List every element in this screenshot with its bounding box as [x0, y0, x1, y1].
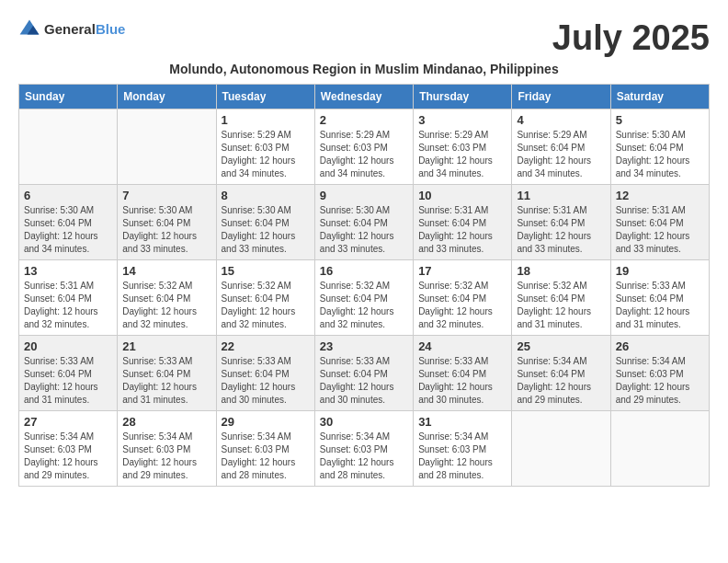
- day-number: 21: [122, 339, 210, 353]
- day-header-tuesday: Tuesday: [216, 85, 314, 109]
- logo-blue-text: Blue: [96, 21, 126, 37]
- day-number: 29: [222, 415, 310, 429]
- day-info: Sunrise: 5:29 AM Sunset: 6:03 PM Dayligh…: [418, 129, 506, 180]
- day-info: Sunrise: 5:33 AM Sunset: 6:04 PM Dayligh…: [122, 355, 210, 407]
- logo-general-text: General: [44, 21, 96, 37]
- calendar-cell: [19, 109, 118, 185]
- day-header-thursday: Thursday: [414, 85, 512, 109]
- day-info: Sunrise: 5:31 AM Sunset: 6:04 PM Dayligh…: [418, 204, 506, 256]
- day-number: 14: [122, 264, 210, 278]
- day-number: 19: [616, 264, 704, 278]
- day-number: 7: [122, 189, 210, 202]
- calendar-cell: 30Sunrise: 5:34 AM Sunset: 6:03 PM Dayli…: [314, 411, 413, 487]
- week-row-3: 13Sunrise: 5:31 AM Sunset: 6:04 PM Dayli…: [19, 260, 710, 336]
- day-info: Sunrise: 5:34 AM Sunset: 6:03 PM Dayligh…: [222, 431, 310, 482]
- day-number: 12: [616, 189, 704, 202]
- day-number: 3: [418, 113, 506, 127]
- calendar-cell: 26Sunrise: 5:34 AM Sunset: 6:03 PM Dayli…: [610, 336, 709, 411]
- day-info: Sunrise: 5:33 AM Sunset: 6:04 PM Dayligh…: [616, 280, 704, 331]
- calendar-cell: 3Sunrise: 5:29 AM Sunset: 6:03 PM Daylig…: [414, 109, 512, 185]
- calendar-cell: 20Sunrise: 5:33 AM Sunset: 6:04 PM Dayli…: [19, 336, 118, 411]
- day-number: 20: [24, 339, 112, 353]
- day-info: Sunrise: 5:32 AM Sunset: 6:04 PM Dayligh…: [222, 280, 310, 331]
- day-number: 8: [222, 189, 310, 202]
- calendar-cell: 9Sunrise: 5:30 AM Sunset: 6:04 PM Daylig…: [314, 185, 413, 260]
- day-info: Sunrise: 5:29 AM Sunset: 6:04 PM Dayligh…: [517, 129, 605, 180]
- day-info: Sunrise: 5:34 AM Sunset: 6:04 PM Dayligh…: [517, 355, 605, 407]
- day-info: Sunrise: 5:30 AM Sunset: 6:04 PM Dayligh…: [24, 204, 112, 256]
- calendar-cell: [118, 109, 216, 185]
- day-number: 10: [418, 189, 506, 202]
- calendar-cell: 16Sunrise: 5:32 AM Sunset: 6:04 PM Dayli…: [314, 260, 413, 336]
- header: GeneralBlue July 2025: [18, 18, 710, 58]
- day-info: Sunrise: 5:30 AM Sunset: 6:04 PM Dayligh…: [616, 129, 704, 180]
- day-info: Sunrise: 5:34 AM Sunset: 6:03 PM Dayligh…: [418, 431, 506, 482]
- day-info: Sunrise: 5:31 AM Sunset: 6:04 PM Dayligh…: [616, 204, 704, 256]
- day-info: Sunrise: 5:34 AM Sunset: 6:03 PM Dayligh…: [320, 431, 408, 482]
- calendar-cell: 23Sunrise: 5:33 AM Sunset: 6:04 PM Dayli…: [314, 336, 413, 411]
- day-info: Sunrise: 5:32 AM Sunset: 6:04 PM Dayligh…: [320, 280, 408, 331]
- calendar-cell: [610, 411, 709, 487]
- day-number: 18: [517, 264, 605, 278]
- day-info: Sunrise: 5:30 AM Sunset: 6:04 PM Dayligh…: [122, 204, 210, 256]
- week-row-1: 1Sunrise: 5:29 AM Sunset: 6:03 PM Daylig…: [19, 109, 710, 185]
- calendar-cell: 7Sunrise: 5:30 AM Sunset: 6:04 PM Daylig…: [118, 185, 216, 260]
- day-number: 9: [320, 189, 408, 202]
- calendar-cell: 17Sunrise: 5:32 AM Sunset: 6:04 PM Dayli…: [414, 260, 512, 336]
- calendar-cell: 19Sunrise: 5:33 AM Sunset: 6:04 PM Dayli…: [610, 260, 709, 336]
- logo-icon: [18, 18, 40, 40]
- day-header-wednesday: Wednesday: [314, 85, 413, 109]
- logo: GeneralBlue: [18, 18, 125, 40]
- calendar-cell: 5Sunrise: 5:30 AM Sunset: 6:04 PM Daylig…: [610, 109, 709, 185]
- calendar-header-row: SundayMondayTuesdayWednesdayThursdayFrid…: [19, 85, 710, 109]
- calendar-cell: 4Sunrise: 5:29 AM Sunset: 6:04 PM Daylig…: [512, 109, 610, 185]
- calendar-cell: 29Sunrise: 5:34 AM Sunset: 6:03 PM Dayli…: [216, 411, 314, 487]
- calendar-cell: 27Sunrise: 5:34 AM Sunset: 6:03 PM Dayli…: [19, 411, 118, 487]
- week-row-5: 27Sunrise: 5:34 AM Sunset: 6:03 PM Dayli…: [19, 411, 710, 487]
- calendar-cell: 25Sunrise: 5:34 AM Sunset: 6:04 PM Dayli…: [512, 336, 610, 411]
- calendar-cell: 2Sunrise: 5:29 AM Sunset: 6:03 PM Daylig…: [314, 109, 413, 185]
- day-info: Sunrise: 5:32 AM Sunset: 6:04 PM Dayligh…: [122, 280, 210, 331]
- day-number: 15: [222, 264, 310, 278]
- calendar-cell: 28Sunrise: 5:34 AM Sunset: 6:03 PM Dayli…: [118, 411, 216, 487]
- subtitle: Molundo, Autonomous Region in Muslim Min…: [18, 62, 710, 76]
- calendar-cell: 14Sunrise: 5:32 AM Sunset: 6:04 PM Dayli…: [118, 260, 216, 336]
- calendar-cell: 15Sunrise: 5:32 AM Sunset: 6:04 PM Dayli…: [216, 260, 314, 336]
- day-number: 25: [517, 339, 605, 353]
- day-info: Sunrise: 5:29 AM Sunset: 6:03 PM Dayligh…: [320, 129, 408, 180]
- day-info: Sunrise: 5:30 AM Sunset: 6:04 PM Dayligh…: [222, 204, 310, 256]
- day-header-sunday: Sunday: [19, 85, 118, 109]
- calendar-cell: [512, 411, 610, 487]
- day-number: 2: [320, 113, 408, 127]
- day-number: 27: [24, 415, 112, 429]
- day-number: 1: [222, 113, 310, 127]
- calendar-table: SundayMondayTuesdayWednesdayThursdayFrid…: [18, 84, 710, 487]
- day-info: Sunrise: 5:29 AM Sunset: 6:03 PM Dayligh…: [222, 129, 310, 180]
- week-row-4: 20Sunrise: 5:33 AM Sunset: 6:04 PM Dayli…: [19, 336, 710, 411]
- day-number: 16: [320, 264, 408, 278]
- day-header-monday: Monday: [118, 85, 216, 109]
- calendar-cell: 22Sunrise: 5:33 AM Sunset: 6:04 PM Dayli…: [216, 336, 314, 411]
- day-info: Sunrise: 5:31 AM Sunset: 6:04 PM Dayligh…: [24, 280, 112, 331]
- day-number: 4: [517, 113, 605, 127]
- calendar-cell: 31Sunrise: 5:34 AM Sunset: 6:03 PM Dayli…: [414, 411, 512, 487]
- day-number: 22: [222, 339, 310, 353]
- calendar-cell: 1Sunrise: 5:29 AM Sunset: 6:03 PM Daylig…: [216, 109, 314, 185]
- day-info: Sunrise: 5:33 AM Sunset: 6:04 PM Dayligh…: [222, 355, 310, 407]
- day-number: 11: [517, 189, 605, 202]
- day-info: Sunrise: 5:34 AM Sunset: 6:03 PM Dayligh…: [122, 431, 210, 482]
- day-info: Sunrise: 5:32 AM Sunset: 6:04 PM Dayligh…: [517, 280, 605, 331]
- day-info: Sunrise: 5:32 AM Sunset: 6:04 PM Dayligh…: [418, 280, 506, 331]
- calendar-cell: 12Sunrise: 5:31 AM Sunset: 6:04 PM Dayli…: [610, 185, 709, 260]
- day-number: 26: [616, 339, 704, 353]
- day-info: Sunrise: 5:31 AM Sunset: 6:04 PM Dayligh…: [517, 204, 605, 256]
- day-number: 6: [24, 189, 112, 202]
- day-number: 28: [122, 415, 210, 429]
- calendar-cell: 13Sunrise: 5:31 AM Sunset: 6:04 PM Dayli…: [19, 260, 118, 336]
- day-info: Sunrise: 5:30 AM Sunset: 6:04 PM Dayligh…: [320, 204, 408, 256]
- calendar-cell: 18Sunrise: 5:32 AM Sunset: 6:04 PM Dayli…: [512, 260, 610, 336]
- calendar-cell: 21Sunrise: 5:33 AM Sunset: 6:04 PM Dayli…: [118, 336, 216, 411]
- day-info: Sunrise: 5:34 AM Sunset: 6:03 PM Dayligh…: [24, 431, 112, 482]
- day-info: Sunrise: 5:34 AM Sunset: 6:03 PM Dayligh…: [616, 355, 704, 407]
- day-info: Sunrise: 5:33 AM Sunset: 6:04 PM Dayligh…: [320, 355, 408, 407]
